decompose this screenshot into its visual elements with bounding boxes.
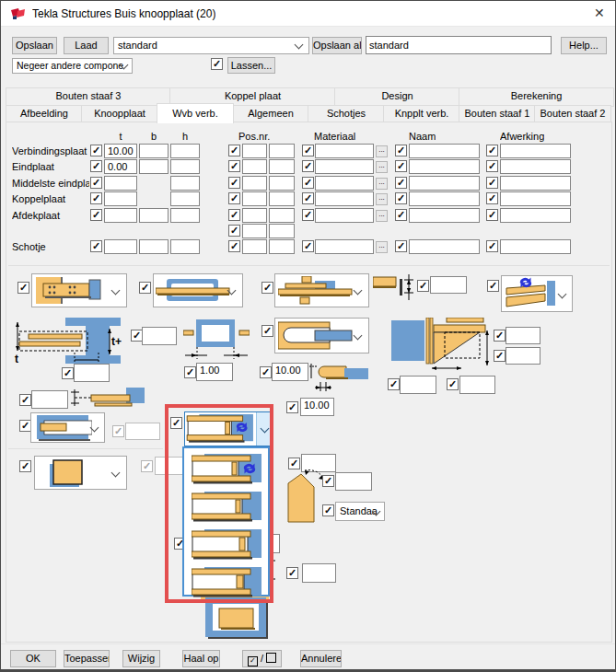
gusset-dim2-checkbox[interactable] bbox=[494, 350, 506, 362]
cancel-button[interactable]: Annuleren bbox=[300, 650, 342, 667]
name-checkbox[interactable] bbox=[395, 209, 407, 221]
param-c4-field[interactable] bbox=[400, 376, 436, 394]
save-as-button[interactable]: Opslaan al bbox=[312, 37, 362, 54]
preset-combobox[interactable]: standard bbox=[113, 37, 309, 54]
param-c1-checkbox[interactable] bbox=[62, 367, 74, 379]
title-bar[interactable]: Tekla Structures Buis knoopplaat (20) ✕ bbox=[1, 1, 615, 27]
h-field[interactable] bbox=[170, 159, 200, 174]
pos-prefix-field[interactable] bbox=[242, 176, 267, 191]
tube-plate-through-select[interactable] bbox=[153, 273, 243, 307]
pos-prefix-field[interactable] bbox=[242, 239, 267, 254]
name-checkbox[interactable] bbox=[395, 160, 407, 172]
pos-checkbox[interactable] bbox=[228, 240, 240, 252]
pos-prefix-field[interactable] bbox=[242, 224, 267, 238]
param-c2-checkbox[interactable] bbox=[184, 366, 196, 378]
material-browse-button[interactable]: ... bbox=[376, 161, 388, 173]
material-checkbox[interactable] bbox=[302, 160, 314, 172]
pos-prefix-field[interactable] bbox=[242, 159, 267, 174]
finish-checkbox[interactable] bbox=[486, 209, 498, 221]
param-c5-checkbox[interactable] bbox=[447, 378, 459, 390]
b-field[interactable] bbox=[139, 239, 169, 254]
notched-plate-select[interactable] bbox=[274, 318, 369, 353]
h-field[interactable] bbox=[170, 144, 200, 158]
h-field[interactable] bbox=[170, 191, 200, 206]
name-checkbox[interactable] bbox=[395, 145, 407, 156]
material-browse-button[interactable]: ... bbox=[376, 193, 388, 205]
save-as-name-field[interactable]: standard bbox=[366, 36, 552, 54]
option-a3-checkbox[interactable] bbox=[262, 282, 273, 294]
material-checkbox[interactable] bbox=[302, 192, 314, 204]
finish-checkbox[interactable] bbox=[486, 145, 498, 156]
pos-start-field[interactable] bbox=[269, 191, 295, 206]
b-field[interactable] bbox=[139, 159, 169, 174]
material-browse-button[interactable]: ... bbox=[376, 210, 388, 222]
option-b-checkbox[interactable] bbox=[262, 325, 273, 337]
param-d1-field[interactable] bbox=[31, 390, 68, 409]
param-c2-field[interactable]: 1.00 bbox=[196, 363, 233, 381]
weld-checkbox[interactable] bbox=[211, 58, 223, 70]
gusset-dim2-field[interactable] bbox=[506, 347, 540, 365]
row-enable-checkbox[interactable] bbox=[90, 192, 102, 204]
pos-start-field[interactable] bbox=[269, 239, 295, 254]
finish-type-combobox[interactable]: Standaa bbox=[335, 502, 385, 521]
row-enable-checkbox[interactable] bbox=[90, 177, 102, 189]
pos-checkbox[interactable] bbox=[228, 209, 240, 221]
get-button[interactable]: Haal op bbox=[182, 650, 220, 667]
close-icon[interactable]: ✕ bbox=[594, 6, 605, 20]
param-c1-field[interactable] bbox=[74, 364, 110, 382]
material-browse-button[interactable]: ... bbox=[376, 178, 388, 190]
param-c4-checkbox[interactable] bbox=[388, 378, 400, 390]
row-enable-checkbox[interactable] bbox=[90, 209, 102, 221]
param-d2-checkbox[interactable] bbox=[286, 401, 298, 413]
offset-field[interactable] bbox=[430, 276, 467, 294]
param-f3-checkbox[interactable] bbox=[322, 475, 334, 487]
material-field[interactable] bbox=[315, 208, 374, 223]
finish-type-checkbox[interactable] bbox=[322, 504, 334, 516]
param-g2-field[interactable] bbox=[302, 563, 336, 583]
finish-field[interactable] bbox=[500, 159, 571, 174]
param-c3-checkbox[interactable] bbox=[260, 366, 272, 378]
pos-checkbox[interactable] bbox=[228, 192, 240, 204]
finish-field[interactable] bbox=[500, 144, 571, 158]
finish-field[interactable] bbox=[500, 176, 571, 191]
bolt-arrangement-select[interactable] bbox=[274, 273, 369, 307]
thickness-field[interactable] bbox=[142, 327, 177, 345]
h-field[interactable] bbox=[170, 176, 200, 191]
pos-start-field[interactable] bbox=[269, 144, 295, 158]
tab-bouten-staaf-3[interactable]: Bouten staaf 3 bbox=[6, 87, 171, 107]
t-field[interactable] bbox=[104, 239, 137, 254]
name-field[interactable] bbox=[409, 176, 480, 191]
t-field[interactable] bbox=[104, 191, 137, 206]
ignore-others-combobox[interactable]: Negeer andere compone bbox=[12, 58, 133, 74]
weld-button[interactable]: Lassen... bbox=[227, 57, 275, 74]
pos-checkbox[interactable] bbox=[228, 225, 240, 237]
apply-button[interactable]: Toepassen bbox=[64, 650, 110, 667]
tab-berekening[interactable]: Berekening bbox=[459, 87, 614, 107]
save-button[interactable]: Opslaan bbox=[12, 37, 57, 54]
param-g2-checkbox[interactable] bbox=[286, 567, 298, 579]
h-field[interactable] bbox=[170, 239, 200, 254]
option-a1-checkbox[interactable] bbox=[17, 282, 29, 294]
pos-start-field[interactable] bbox=[269, 224, 295, 238]
pos-prefix-field[interactable] bbox=[242, 208, 267, 223]
cover-plate-select[interactable] bbox=[34, 456, 127, 490]
t-field[interactable] bbox=[104, 176, 137, 191]
row-enable-checkbox[interactable] bbox=[90, 240, 102, 252]
help-button[interactable]: Help... bbox=[561, 37, 607, 54]
pos-checkbox[interactable] bbox=[228, 145, 240, 156]
splice-plate-type-select[interactable] bbox=[31, 273, 127, 307]
pos-start-field[interactable] bbox=[269, 208, 295, 223]
material-field[interactable] bbox=[315, 159, 374, 174]
pos-checkbox[interactable] bbox=[228, 160, 240, 172]
finish-checkbox[interactable] bbox=[486, 177, 498, 189]
name-field[interactable] bbox=[409, 144, 480, 158]
name-checkbox[interactable] bbox=[395, 177, 407, 189]
plate-bevel-select[interactable] bbox=[501, 275, 573, 312]
tab-wvb-verb[interactable]: Wvb verb. bbox=[157, 103, 234, 123]
tab-design[interactable]: Design bbox=[334, 87, 460, 107]
param-c5-field[interactable] bbox=[459, 376, 495, 394]
load-button[interactable]: Laad bbox=[64, 37, 109, 54]
material-checkbox[interactable] bbox=[302, 177, 314, 189]
ok-button[interactable]: OK bbox=[10, 650, 56, 667]
row-enable-checkbox[interactable] bbox=[90, 160, 102, 172]
